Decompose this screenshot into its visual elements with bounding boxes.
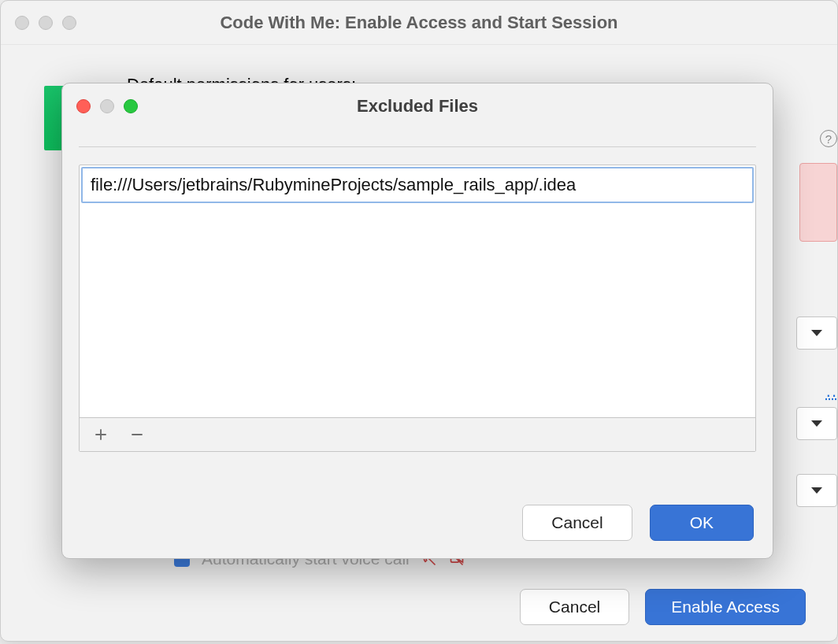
modal-title: Excluded Files (62, 96, 773, 117)
excluded-files-list-container: file:///Users/jetbrains/RubymineProjects… (79, 165, 756, 452)
ok-button[interactable]: OK (650, 505, 754, 541)
more-link[interactable]: .. (826, 381, 837, 402)
modal-titlebar: Excluded Files (62, 83, 773, 129)
dropdown-2[interactable] (796, 407, 837, 440)
list-toolbar (80, 417, 755, 451)
plus-icon (94, 427, 108, 442)
parent-cancel-button[interactable]: Cancel (520, 589, 629, 625)
parent-traffic-lights (15, 16, 76, 30)
parent-titlebar: Code With Me: Enable Access and Start Se… (1, 1, 837, 45)
modal-zoom-button[interactable] (124, 99, 138, 113)
excluded-files-list[interactable]: file:///Users/jetbrains/RubymineProjects… (80, 167, 755, 417)
enable-access-button[interactable]: Enable Access (645, 589, 806, 625)
modal-close-button[interactable] (76, 99, 91, 113)
parent-window-title: Code With Me: Enable Access and Start Se… (1, 13, 837, 33)
modal-footer: Cancel OK (522, 505, 754, 541)
remove-button[interactable] (128, 426, 146, 443)
add-button[interactable] (92, 426, 109, 443)
warning-panel (799, 163, 837, 242)
parent-minimize-button[interactable] (39, 16, 53, 30)
help-icon[interactable]: ? (820, 130, 837, 147)
parent-zoom-button[interactable] (62, 16, 76, 30)
cancel-button[interactable]: Cancel (522, 505, 632, 541)
modal-body: file:///Users/jetbrains/RubymineProjects… (62, 129, 773, 452)
modal-minimize-button[interactable] (100, 99, 114, 113)
modal-traffic-lights (76, 99, 138, 113)
dropdown-1[interactable] (796, 316, 837, 350)
excluded-files-dialog: Excluded Files file:///Users/jetbrains/R… (61, 83, 773, 559)
dropdown-3[interactable] (796, 474, 837, 507)
parent-close-button[interactable] (15, 16, 29, 30)
separator (79, 146, 756, 147)
parent-footer: Cancel Enable Access (520, 589, 806, 625)
list-item[interactable]: file:///Users/jetbrains/RubymineProjects… (81, 167, 754, 203)
minus-icon (130, 427, 144, 442)
